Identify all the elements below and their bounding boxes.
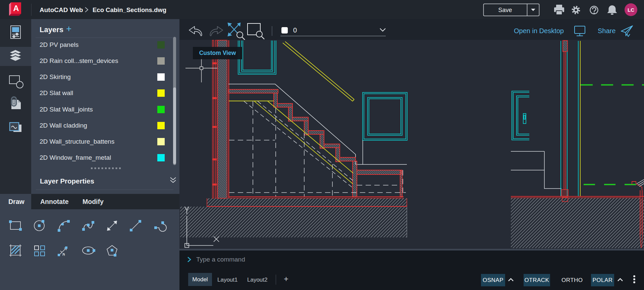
svg-text:AutoCAD Web: AutoCAD Web xyxy=(40,6,83,13)
svg-text:0: 0 xyxy=(293,26,297,34)
svg-text:A: A xyxy=(13,4,19,13)
svg-text:Open in Desktop: Open in Desktop xyxy=(514,27,564,34)
svg-text:LC: LC xyxy=(628,7,634,13)
svg-text:Save: Save xyxy=(498,7,512,13)
svg-text:Share: Share xyxy=(598,27,615,34)
svg-text:Eco Cabin_Sections.dwg: Eco Cabin_Sections.dwg xyxy=(93,6,166,13)
svg-text:n: n xyxy=(62,251,65,257)
